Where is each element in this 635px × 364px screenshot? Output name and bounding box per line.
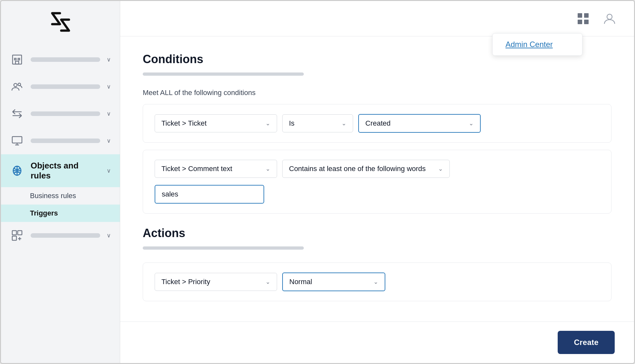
svg-rect-8 [18,231,22,235]
condition-1-field-label: Ticket > Ticket [161,119,261,128]
sidebar-item-objects-rules[interactable]: Objects and rules ∨ [1,154,120,187]
condition-1-operator-label: Is [289,119,337,128]
chevron-down-icon: ∨ [107,232,111,239]
chevron-down-icon: ⌄ [265,278,270,285]
sidebar-nav: ∨ ∨ [1,43,120,363]
nav-label-bar [31,111,100,116]
nav-label-bar [31,84,100,89]
admin-center-link[interactable]: Admin Center [505,40,553,49]
sidebar-item-organization[interactable]: ∨ [1,46,120,73]
meet-all-label: Meet ALL of the following conditions [143,89,611,97]
chevron-down-icon: ⌄ [373,278,378,285]
chevron-down-icon: ⌄ [265,165,270,172]
chevron-down-icon: ⌄ [265,120,270,127]
chevron-down-icon: ∨ [107,110,111,117]
action-row-1-fields: Ticket > Priority ⌄ Normal ⌄ [155,273,600,291]
condition-row-2: Ticket > Comment text ⌄ Contains at leas… [143,150,611,214]
chevron-down-icon: ⌄ [469,120,474,127]
sidebar: ∨ ∨ [1,1,120,363]
main-content: Admin Center Conditions Meet ALL of the … [120,1,634,363]
sidebar-item-apps[interactable]: ∨ [1,222,120,249]
chevron-down-icon: ∨ [107,167,111,174]
conditions-section: Conditions Meet ALL of the following con… [143,53,611,214]
condition-1-operator-dropdown[interactable]: Is ⌄ [282,114,353,132]
user-avatar-button[interactable] [601,10,618,27]
zendesk-logo-icon [48,11,73,33]
sub-nav-triggers[interactable]: Triggers [1,205,120,222]
sub-nav: Business rules Triggers [1,187,120,222]
action-1-value-dropdown[interactable]: Normal ⌄ [282,273,385,291]
sub-nav-business-rules[interactable]: Business rules [1,187,120,205]
chevron-down-icon: ⌄ [438,165,443,172]
condition-1-value-dropdown[interactable]: Created ⌄ [358,114,481,133]
actions-section: Actions Ticket > Priority ⌄ Normal ⌄ [143,226,611,301]
chevron-down-icon: ∨ [107,56,111,63]
sidebar-item-workspace[interactable]: ∨ [1,127,120,154]
condition-2-operator-label: Contains at least one of the following w… [289,165,434,173]
action-1-field-label: Ticket > Priority [161,278,261,286]
building-icon [10,53,24,67]
monitor-icon [10,134,24,148]
svg-rect-7 [12,231,16,235]
nav-label-bar [31,233,100,238]
svg-rect-3 [15,61,19,64]
condition-row-1: Ticket > Ticket ⌄ Is ⌄ Created ⌄ [143,104,611,143]
svg-rect-15 [584,20,589,24]
svg-rect-0 [13,55,22,64]
svg-rect-14 [578,20,582,24]
action-1-field-dropdown[interactable]: Ticket > Priority ⌄ [155,273,277,291]
actions-title: Actions [143,226,611,240]
action-row-1: Ticket > Priority ⌄ Normal ⌄ [143,263,611,301]
svg-rect-2 [18,58,20,60]
content-area: Conditions Meet ALL of the following con… [120,36,634,321]
topbar: Admin Center [120,1,634,36]
sidebar-item-label: Objects and rules [31,161,100,181]
nav-label-bar [31,57,100,62]
sidebar-item-channels[interactable]: ∨ [1,100,120,127]
logo-area [1,1,120,43]
nav-label-bar [31,139,100,143]
condition-2-value-input[interactable] [155,185,264,204]
condition-1-field-dropdown[interactable]: Ticket > Ticket ⌄ [155,114,277,132]
sidebar-item-people[interactable]: ∨ [1,73,120,100]
svg-rect-12 [578,13,582,18]
bottom-bar: Create [120,321,634,363]
svg-point-4 [14,83,17,87]
channels-icon [10,107,24,121]
people-icon [10,80,24,94]
chevron-down-icon: ∨ [107,137,111,144]
condition-2-field-dropdown[interactable]: Ticket > Comment text ⌄ [155,160,277,178]
conditions-bar [143,72,304,76]
svg-rect-13 [584,13,589,18]
action-1-value-label: Normal [289,278,369,286]
create-button[interactable]: Create [558,331,615,354]
condition-2-field-label: Ticket > Comment text [161,165,261,173]
condition-row-1-fields: Ticket > Ticket ⌄ Is ⌄ Created ⌄ [155,114,600,133]
apps-icon [10,228,24,243]
actions-bar [143,246,304,250]
svg-rect-1 [14,58,16,60]
chevron-down-icon: ⌄ [342,120,346,127]
chevron-down-icon: ∨ [107,83,111,90]
condition-1-value-label: Created [365,119,464,128]
svg-point-16 [607,14,612,19]
condition-row-2-fields: Ticket > Comment text ⌄ Contains at leas… [155,160,600,178]
objects-rules-icon [10,164,24,178]
grid-apps-button[interactable] [575,10,592,27]
svg-rect-9 [12,236,16,240]
admin-center-dropdown: Admin Center [492,33,582,56]
condition-2-operator-dropdown[interactable]: Contains at least one of the following w… [282,160,450,178]
svg-rect-6 [12,137,22,143]
